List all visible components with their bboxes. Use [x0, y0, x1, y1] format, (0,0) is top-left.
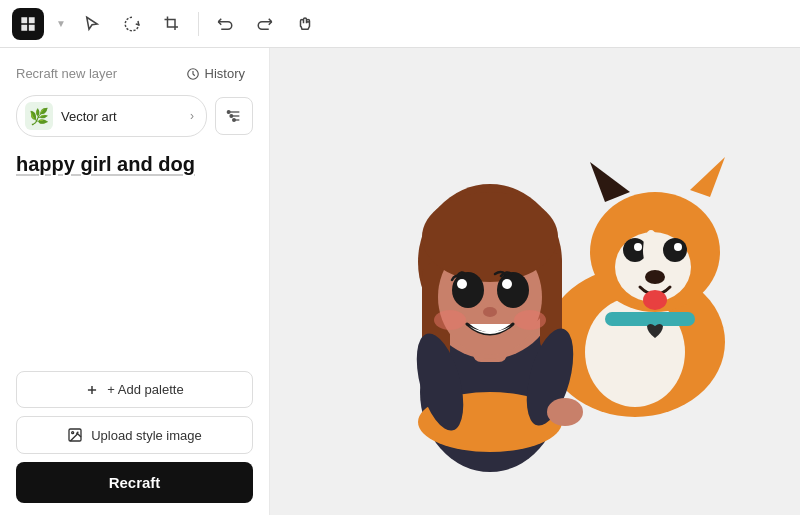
- hand-tool-button[interactable]: [287, 6, 323, 42]
- redo-button[interactable]: [247, 6, 283, 42]
- history-label: History: [205, 66, 245, 81]
- recraft-label: Recraft: [109, 474, 161, 491]
- svg-point-20: [634, 243, 642, 251]
- panel-header: Recraft new layer History: [0, 48, 269, 95]
- lasso-tool-button[interactable]: [114, 6, 150, 42]
- select-tool-button[interactable]: [74, 6, 110, 42]
- svg-point-34: [422, 192, 558, 282]
- svg-point-35: [452, 272, 484, 308]
- svg-point-21: [674, 243, 682, 251]
- clock-icon: [186, 67, 200, 81]
- toolbar: ▼: [0, 0, 800, 48]
- add-palette-button[interactable]: + Add palette: [16, 371, 253, 408]
- history-button[interactable]: History: [178, 62, 253, 85]
- plus-icon: [85, 383, 99, 397]
- upload-image-icon: [67, 427, 83, 443]
- left-panel: Recraft new layer History 🌿 Vector art ›: [0, 48, 270, 515]
- toolbar-divider-1: [198, 12, 199, 36]
- svg-point-25: [643, 230, 659, 270]
- svg-point-41: [514, 310, 546, 330]
- style-label: Vector art: [61, 109, 182, 124]
- svg-point-5: [230, 115, 233, 118]
- svg-point-10: [72, 432, 74, 434]
- app-logo[interactable]: [12, 8, 44, 40]
- svg-point-40: [434, 310, 466, 330]
- svg-point-22: [645, 270, 665, 284]
- style-chip[interactable]: 🌿 Vector art ›: [16, 95, 207, 137]
- prompt-text[interactable]: happy girl and dog: [16, 149, 253, 179]
- sliders-icon: [226, 108, 242, 124]
- svg-point-36: [497, 272, 529, 308]
- add-palette-label: + Add palette: [107, 382, 183, 397]
- filter-button[interactable]: [215, 97, 253, 135]
- svg-rect-24: [605, 312, 695, 326]
- prompt-area[interactable]: happy girl and dog: [0, 149, 269, 359]
- style-selector-row: 🌿 Vector art ›: [0, 95, 269, 149]
- canvas-area[interactable]: [270, 48, 800, 515]
- svg-point-38: [502, 279, 512, 289]
- illustration: [295, 48, 775, 515]
- undo-button[interactable]: [207, 6, 243, 42]
- chevron-right-icon: ›: [190, 109, 194, 123]
- svg-point-19: [663, 238, 687, 262]
- upload-style-button[interactable]: Upload style image: [16, 416, 253, 454]
- svg-point-6: [233, 119, 236, 122]
- panel-actions: + Add palette Upload style image Recraft: [0, 359, 269, 515]
- svg-point-39: [483, 307, 497, 317]
- panel-title: Recraft new layer: [16, 66, 117, 81]
- crop-tool-button[interactable]: [154, 6, 190, 42]
- style-icon: 🌿: [25, 102, 53, 130]
- svg-point-23: [643, 290, 667, 310]
- main-area: Recraft new layer History 🌿 Vector art ›: [0, 48, 800, 515]
- svg-point-44: [547, 398, 583, 426]
- upload-style-label: Upload style image: [91, 428, 202, 443]
- svg-point-4: [227, 111, 230, 114]
- svg-point-37: [457, 279, 467, 289]
- recraft-button[interactable]: Recraft: [16, 462, 253, 503]
